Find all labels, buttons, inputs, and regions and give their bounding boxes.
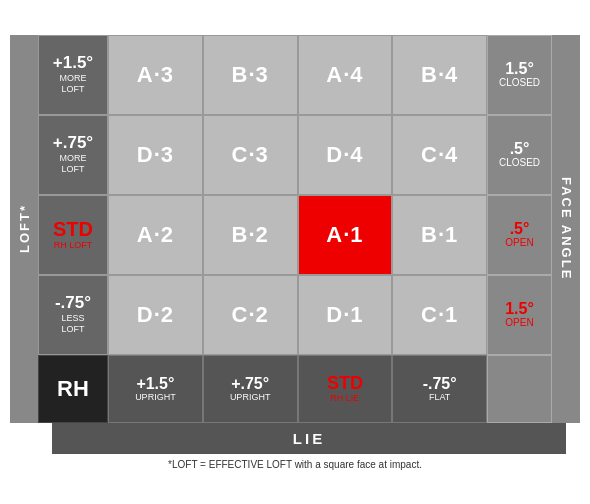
grid-row-3: -.75° LESSLOFT D·2 C·2 D·1 C·1 1.5° OPEN — [38, 275, 552, 355]
loft-deg-2: STD — [53, 218, 93, 240]
lie-sub-0: UPRIGHT — [135, 392, 176, 402]
grid-cell-1-1: C·3 — [203, 115, 298, 195]
face-deg-2: .5° — [510, 220, 530, 238]
grid-cell-1-0: D·3 — [108, 115, 203, 195]
lie-sub-1: UPRIGHT — [230, 392, 271, 402]
grid-cell-3-0: D·2 — [108, 275, 203, 355]
lie-deg-0: +1.5° — [136, 375, 174, 393]
loft-cell-2-std: STD RH LOFT — [38, 195, 108, 275]
loft-axis-label: LOFT* — [10, 35, 38, 423]
face-sub-0: CLOSED — [499, 77, 540, 89]
lie-deg-1: +.75° — [231, 375, 269, 393]
lie-bar: LIE — [52, 423, 566, 454]
face-deg-0: 1.5° — [505, 60, 534, 78]
loft-sub-1: MORELOFT — [60, 153, 87, 175]
loft-cell-0: +1.5° MORELOFT — [38, 35, 108, 115]
center-grid: +1.5° MORELOFT A·3 B·3 A·4 B·4 1.5° CLOS… — [38, 35, 552, 423]
grid-cell-0-2: A·4 — [298, 35, 393, 115]
face-cell-3: 1.5° OPEN — [487, 275, 552, 355]
loft-deg-0: +1.5° — [53, 54, 93, 73]
loft-sub-2: RH LOFT — [54, 240, 93, 251]
loft-sub-3: LESSLOFT — [61, 313, 84, 335]
grid-cell-3-3: C·1 — [392, 275, 487, 355]
grid-cell-1-3: C·4 — [392, 115, 487, 195]
lie-deg-2: STD — [327, 374, 363, 394]
grid-cell-0-3: B·4 — [392, 35, 487, 115]
face-sub-2: OPEN — [505, 237, 533, 249]
face-cell-2: .5° OPEN — [487, 195, 552, 275]
grid-cell-2-0: A·2 — [108, 195, 203, 275]
face-cell-0: 1.5° CLOSED — [487, 35, 552, 115]
loft-deg-1: +.75° — [53, 134, 93, 153]
face-cell-1: .5° CLOSED — [487, 115, 552, 195]
face-deg-3: 1.5° — [505, 300, 534, 318]
face-deg-1: .5° — [510, 140, 530, 158]
grid-cell-0-0: A·3 — [108, 35, 203, 115]
face-sub-3: OPEN — [505, 317, 533, 329]
face-angle-axis-label: FACE ANGLE — [552, 35, 580, 423]
loft-deg-3: -.75° — [55, 294, 91, 313]
grid-cell-3-1: C·2 — [203, 275, 298, 355]
grid-cell-2-2-highlight: A·1 — [298, 195, 393, 275]
face-sub-1: CLOSED — [499, 157, 540, 169]
lie-val-3: -.75° FLAT — [392, 355, 487, 423]
lie-val-0: +1.5° UPRIGHT — [108, 355, 203, 423]
bottom-row: RH +1.5° UPRIGHT +.75° UPRIGHT STD RH LI… — [38, 355, 552, 423]
loft-sub-0: MORELOFT — [60, 73, 87, 95]
loft-cell-1: +.75° MORELOFT — [38, 115, 108, 195]
rh-cell: RH — [38, 355, 108, 423]
grid-row-1: +.75° MORELOFT D·3 C·3 D·4 C·4 .5° CLOSE… — [38, 115, 552, 195]
lie-sub-2: RH LIE — [330, 393, 359, 403]
grid-row-0: +1.5° MORELOFT A·3 B·3 A·4 B·4 1.5° CLOS… — [38, 35, 552, 115]
footer-note: *LOFT = EFFECTIVE LOFT with a square fac… — [168, 459, 422, 470]
lie-val-1: +.75° UPRIGHT — [203, 355, 298, 423]
grid-area: LOFT* +1.5° MORELOFT A·3 B·3 A·4 B·4 1.5… — [10, 35, 580, 423]
grid-row-2: STD RH LOFT A·2 B·2 A·1 B·1 .5° OPEN — [38, 195, 552, 275]
grid-cell-3-2: D·1 — [298, 275, 393, 355]
grid-cell-2-3: B·1 — [392, 195, 487, 275]
lie-sub-3: FLAT — [429, 392, 450, 402]
grid-cell-2-1: B·2 — [203, 195, 298, 275]
chart-wrapper: LOFT* +1.5° MORELOFT A·3 B·3 A·4 B·4 1.5… — [10, 35, 580, 470]
bottom-right-spacer — [487, 355, 552, 423]
lie-deg-3: -.75° — [423, 375, 457, 393]
grid-cell-0-1: B·3 — [203, 35, 298, 115]
loft-cell-3: -.75° LESSLOFT — [38, 275, 108, 355]
lie-val-2-std: STD RH LIE — [298, 355, 393, 423]
grid-cell-1-2: D·4 — [298, 115, 393, 195]
